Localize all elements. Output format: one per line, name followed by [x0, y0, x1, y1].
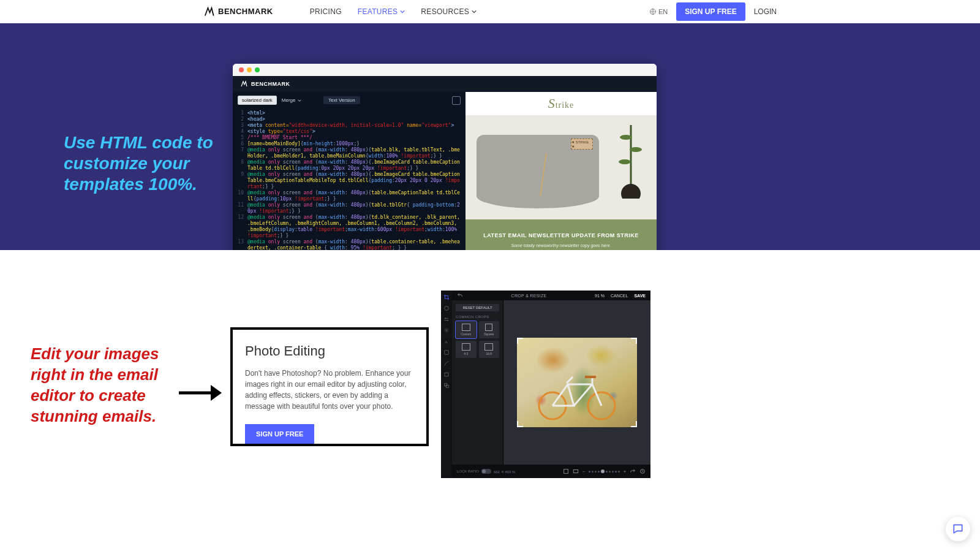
- theme-select[interactable]: solarized dark: [238, 96, 277, 105]
- brand-text: BENCHMARK: [218, 7, 273, 16]
- editor-topbar: CROP & RESIZE 91 % CANCEL SAVE: [452, 291, 650, 300]
- editor-zoom-readout: 91 %: [595, 294, 605, 298]
- svg-point-3: [630, 147, 642, 152]
- redo-icon[interactable]: [630, 468, 636, 474]
- signup-button[interactable]: SIGN UP FREE: [676, 2, 745, 21]
- minimize-dot-icon: [247, 67, 252, 72]
- editor-bottombar: LOCK RATIO 662 ✕ 493 % − +: [452, 465, 650, 478]
- crop-preset[interactable]: 4:3: [456, 341, 477, 358]
- save-button[interactable]: SAVE: [634, 294, 646, 298]
- card-body: Don't have Photoshop? No problem. Enhanc…: [245, 368, 414, 412]
- preview-brand-text: trike: [556, 101, 575, 110]
- actual-size-icon[interactable]: [573, 468, 579, 474]
- focus-icon[interactable]: [443, 327, 450, 333]
- maximize-dot-icon: [255, 67, 260, 72]
- nav-item-features[interactable]: FEATURES: [358, 7, 405, 16]
- svg-point-9: [445, 318, 447, 319]
- brand-logo[interactable]: BENCHMARK: [203, 6, 273, 17]
- svg-point-12: [445, 329, 449, 333]
- crop-handle-bl[interactable]: [517, 421, 523, 427]
- callout-html-code: Use HTML code to customize your template…: [64, 132, 223, 195]
- svg-point-2: [620, 135, 632, 140]
- benchmark-logo-icon: [203, 6, 214, 17]
- crop-handle-br[interactable]: [631, 421, 637, 427]
- app-brand-text: BENCHMARK: [251, 81, 290, 87]
- history-icon[interactable]: [639, 468, 646, 474]
- card-title: Photo Editing: [245, 343, 414, 359]
- zoom-slider[interactable]: [589, 469, 620, 473]
- svg-point-4: [619, 159, 631, 164]
- svg-point-5: [621, 184, 641, 199]
- chevron-down-icon: [298, 99, 301, 102]
- sticker-icon[interactable]: [443, 349, 450, 355]
- lock-ratio-toggle[interactable]: LOCK RATIO 662 ✕ 493 %: [457, 469, 515, 474]
- adjust-icon[interactable]: [443, 316, 450, 322]
- filter-icon[interactable]: [443, 305, 450, 311]
- common-crops-label: COMMON CROPS: [456, 315, 499, 319]
- svg-text:A: A: [445, 340, 448, 344]
- svg-rect-15: [445, 373, 448, 376]
- cancel-button[interactable]: CANCEL: [611, 294, 628, 298]
- email-preview-pane: Strike ★ STRIKE ★: [466, 92, 657, 250]
- code-toolbar: solarized dark Merge Text Version: [238, 96, 461, 105]
- preview-hero-image: ★ STRIKE ★: [466, 115, 657, 219]
- code-block[interactable]: 1<html>2<head>3<meta content="width=devi…: [233, 108, 466, 250]
- overlay-icon[interactable]: [443, 382, 450, 389]
- nav-right: EN SIGN UP FREE LOGIN: [649, 2, 777, 21]
- crop-preset[interactable]: Custom: [456, 321, 477, 338]
- nav-item-pricing[interactable]: PRICING: [310, 7, 342, 16]
- editor-canvas[interactable]: [503, 300, 650, 465]
- preview-subcopy: Some totally newsworthy newsletter copy …: [511, 243, 611, 248]
- preview-footer: LATEST EMAIL NEWSLETTER UPDATE FROM STRI…: [466, 219, 657, 250]
- svg-point-22: [482, 469, 486, 473]
- preview-headline: LATEST EMAIL NEWSLETTER UPDATE FROM STRI…: [483, 232, 639, 238]
- callout-photo-editing: Edit your images right in the email edit…: [31, 343, 178, 427]
- product-tag: ★ STRIKE ★: [571, 139, 593, 150]
- nav-menu: PRICING FEATURES RESOURCES: [310, 7, 477, 16]
- globe-icon: [649, 8, 657, 15]
- frame-icon[interactable]: [443, 371, 450, 378]
- crop-preset[interactable]: Square: [479, 321, 500, 338]
- arrow-right-icon: [179, 384, 222, 402]
- image-editor-mock: A CROP & RESIZE 91 % CANCEL SAVE RESET D…: [441, 291, 650, 478]
- mac-titlebar: [233, 64, 657, 76]
- text-version-button[interactable]: Text Version: [323, 96, 360, 104]
- chat-fab[interactable]: [946, 517, 970, 541]
- code-editor-pane: solarized dark Merge Text Version 1<html…: [233, 92, 466, 250]
- top-nav: BENCHMARK PRICING FEATURES RESOURCES EN …: [0, 0, 980, 23]
- crop-icon[interactable]: [443, 294, 450, 300]
- app-header: BENCHMARK: [233, 76, 657, 92]
- crop-handle-tl[interactable]: [517, 338, 523, 344]
- undo-icon[interactable]: [457, 292, 463, 298]
- plant-icon: [612, 119, 649, 199]
- expand-icon[interactable]: [452, 96, 461, 105]
- fit-screen-icon[interactable]: [563, 468, 569, 474]
- section-photo-editing: Edit your images right in the email edit…: [0, 250, 980, 550]
- benchmark-logo-icon: [240, 80, 247, 88]
- chat-icon: [952, 523, 964, 535]
- close-dot-icon: [239, 67, 244, 72]
- editor-vertical-toolbar: A: [441, 291, 452, 478]
- reset-default-button[interactable]: RESET DEFAULT: [456, 304, 499, 311]
- preview-brand: Strike: [466, 92, 657, 115]
- chevron-down-icon: [400, 9, 405, 14]
- svg-marker-7: [211, 385, 222, 401]
- crop-handle-tr[interactable]: [631, 338, 637, 344]
- photo-editing-card: Photo Editing Don't have Photoshop? No p…: [230, 327, 429, 446]
- text-icon[interactable]: A: [443, 338, 450, 344]
- section-html-code: Use HTML code to customize your template…: [0, 23, 980, 250]
- crop-panel: RESET DEFAULT COMMON CROPS CustomSquare4…: [452, 300, 503, 465]
- language-switch[interactable]: EN: [649, 8, 668, 15]
- svg-point-10: [447, 320, 448, 321]
- merge-dropdown[interactable]: Merge: [282, 97, 301, 103]
- svg-rect-14: [445, 351, 449, 355]
- browser-mock: BENCHMARK solarized dark Merge Text Vers…: [233, 64, 657, 250]
- nav-item-resources[interactable]: RESOURCES: [421, 7, 477, 16]
- svg-point-11: [446, 330, 448, 332]
- svg-rect-23: [564, 469, 568, 474]
- login-link[interactable]: LOGIN: [754, 7, 777, 16]
- zoom-controls: − +: [563, 468, 646, 474]
- brush-icon[interactable]: [443, 360, 450, 367]
- crop-preset[interactable]: 16:9: [479, 341, 500, 358]
- card-signup-button[interactable]: SIGN UP FREE: [245, 424, 314, 444]
